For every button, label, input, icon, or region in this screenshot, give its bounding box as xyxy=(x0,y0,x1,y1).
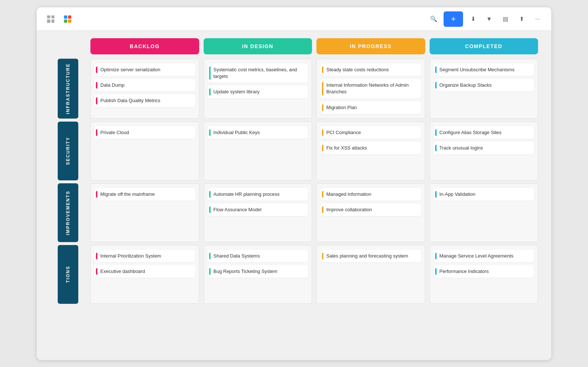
kanban-view-button[interactable] xyxy=(61,12,74,26)
add-button[interactable]: + xyxy=(444,11,463,27)
grid-cell-3-backlog: Internal Prioritization SystemExecutive … xyxy=(90,245,199,304)
grid-cell-2-in-progress: Managed informationImprove collaboration xyxy=(316,183,425,242)
card-text: Flow Assurance Model xyxy=(214,206,262,213)
card-text: Publish Data Quality Metrics xyxy=(100,97,160,104)
grid-cell-0-in-design: Systematic cost metrics, baselines, and … xyxy=(204,59,312,119)
card-accent xyxy=(322,145,323,151)
card-text: Sales planning and forecasting system xyxy=(326,253,408,259)
card-text: Segment Unsubscribe Mechanisms xyxy=(440,66,514,73)
row-label-cell-1: SECURITY xyxy=(48,122,88,183)
layout-button[interactable]: ▤ xyxy=(499,13,512,25)
grid-cell-2-in-design: Automate HR planning processFlow Assuran… xyxy=(204,183,312,242)
card-0-in-progress-1[interactable]: Internal Information Networks of Admin B… xyxy=(320,79,421,98)
card-text: Organize Backup Stacks xyxy=(440,82,492,89)
toolbar-right: 🔍 + ⬇ ▼ ▤ ⬆ ··· xyxy=(427,11,544,27)
card-3-backlog-0[interactable]: Internal Prioritization System xyxy=(94,250,195,262)
card-text: Track unusual logins xyxy=(440,145,483,151)
card-text: Executive dashboard xyxy=(100,268,145,275)
card-1-completed-0[interactable]: Configure Alias Storage Sites xyxy=(434,126,534,139)
card-text: Migrate off the mainframe xyxy=(100,191,155,198)
grid-cell-3-completed: Manage Service Level AgreementsPerforman… xyxy=(430,245,538,304)
card-accent xyxy=(435,82,437,89)
card-text: Configure Alias Storage Sites xyxy=(440,129,502,136)
card-2-in-progress-0[interactable]: Managed information xyxy=(320,188,421,201)
card-2-in-design-1[interactable]: Flow Assurance Model xyxy=(208,204,308,216)
card-0-in-progress-2[interactable]: Migration Plan xyxy=(320,101,421,114)
card-accent xyxy=(322,66,323,73)
grid-cell-3-in-progress: Sales planning and forecasting system xyxy=(316,245,425,304)
card-accent xyxy=(322,253,323,259)
card-accent xyxy=(96,253,97,259)
card-3-backlog-1[interactable]: Executive dashboard xyxy=(94,265,195,278)
row-label-cell-3: TIONS xyxy=(48,245,88,307)
card-0-completed-1[interactable]: Organize Backup Stacks xyxy=(434,79,534,91)
card-text: PCI Compliance xyxy=(326,129,361,136)
grid-cell-1-in-progress: PCI ComplianceFix for XSS attacks xyxy=(316,122,425,180)
download-button[interactable]: ⬇ xyxy=(467,13,479,25)
card-text: Fix for XSS attacks xyxy=(326,145,367,151)
card-accent xyxy=(96,82,97,89)
kanban-board: BACKLOG IN DESIGN IN PROGRESS COMPLETED … xyxy=(48,38,540,307)
grid-cell-2-completed: In-App Validation xyxy=(430,183,538,242)
card-text: Update system library xyxy=(214,89,260,95)
card-3-in-progress-0[interactable]: Sales planning and forecasting system xyxy=(320,250,421,262)
card-0-in-design-1[interactable]: Update system library xyxy=(208,86,308,98)
card-accent xyxy=(322,129,323,136)
grid-cell-1-completed: Configure Alias Storage SitesTrack unusu… xyxy=(430,122,538,180)
grid-cell-0-completed: Segment Unsubscribe MechanismsOrganize B… xyxy=(430,59,538,119)
card-text: Internal Information Networks of Admin B… xyxy=(326,82,417,95)
card-accent xyxy=(209,191,211,198)
card-1-in-progress-0[interactable]: PCI Compliance xyxy=(320,126,421,139)
empty-header xyxy=(48,38,88,59)
card-3-in-design-0[interactable]: Shared Data Systems xyxy=(208,250,308,262)
card-accent xyxy=(96,129,97,136)
card-accent xyxy=(322,104,323,111)
card-text: In-App Validation xyxy=(440,191,476,198)
more-button[interactable]: ··· xyxy=(531,13,544,25)
card-text: Manage Service Level Agreements xyxy=(440,253,514,259)
col-header-backlog: BACKLOG xyxy=(90,38,199,54)
table-view-button[interactable] xyxy=(44,12,57,26)
kanban-icon xyxy=(64,15,71,23)
card-accent xyxy=(435,66,437,73)
card-1-in-progress-1[interactable]: Fix for XSS attacks xyxy=(320,142,421,154)
card-0-backlog-1[interactable]: Data Dump xyxy=(94,79,195,91)
card-0-backlog-0[interactable]: Optimize server serialization xyxy=(94,64,195,76)
card-2-in-progress-1[interactable]: Improve collaboration xyxy=(320,204,421,216)
card-2-backlog-0[interactable]: Migrate off the mainframe xyxy=(94,188,195,201)
card-3-completed-0[interactable]: Manage Service Level Agreements xyxy=(434,250,534,262)
card-accent xyxy=(322,82,323,95)
app-container: 🔍 + ⬇ ▼ ▤ ⬆ ··· BACKLOG IN DESIGN IN PRO… xyxy=(37,7,551,360)
row-label-2: IMPROVEMENTS xyxy=(58,183,78,242)
card-1-completed-1[interactable]: Track unusual logins xyxy=(434,142,534,154)
card-1-in-design-0[interactable]: Individual Public Keys xyxy=(208,126,308,139)
card-1-backlog-0[interactable]: Private Cloud xyxy=(94,126,195,139)
card-0-completed-0[interactable]: Segment Unsubscribe Mechanisms xyxy=(434,64,534,76)
card-accent xyxy=(322,206,323,213)
card-accent xyxy=(435,129,437,136)
card-text: Shared Data Systems xyxy=(214,253,260,259)
card-0-backlog-2[interactable]: Publish Data Quality Metrics xyxy=(94,94,195,107)
card-text: Managed information xyxy=(326,191,371,198)
card-3-in-design-1[interactable]: Bug Reports Ticketing System xyxy=(208,265,308,278)
card-0-in-design-0[interactable]: Systematic cost metrics, baselines, and … xyxy=(208,64,308,83)
grid-cell-1-in-design: Individual Public Keys xyxy=(204,122,312,180)
card-text: Optimize server serialization xyxy=(100,66,160,73)
card-accent xyxy=(209,66,211,80)
card-2-completed-0[interactable]: In-App Validation xyxy=(434,188,534,201)
card-accent xyxy=(96,191,97,198)
search-button[interactable]: 🔍 xyxy=(427,13,440,25)
card-text: Migration Plan xyxy=(326,104,357,111)
card-accent xyxy=(209,89,211,95)
filter-button[interactable]: ▼ xyxy=(483,13,495,25)
card-0-in-progress-0[interactable]: Steady state costs reductions xyxy=(320,64,421,76)
table-icon xyxy=(47,15,54,23)
card-text: Private Cloud xyxy=(100,129,129,136)
main-content: BACKLOG IN DESIGN IN PROGRESS COMPLETED … xyxy=(37,31,551,314)
card-accent xyxy=(322,191,323,198)
card-accent xyxy=(96,268,97,275)
share-button[interactable]: ⬆ xyxy=(515,13,528,25)
card-3-completed-1[interactable]: Performance Indicators xyxy=(434,265,534,278)
card-2-in-design-0[interactable]: Automate HR planning process xyxy=(208,188,308,201)
grid-cell-0-backlog: Optimize server serializationData DumpPu… xyxy=(90,59,199,119)
